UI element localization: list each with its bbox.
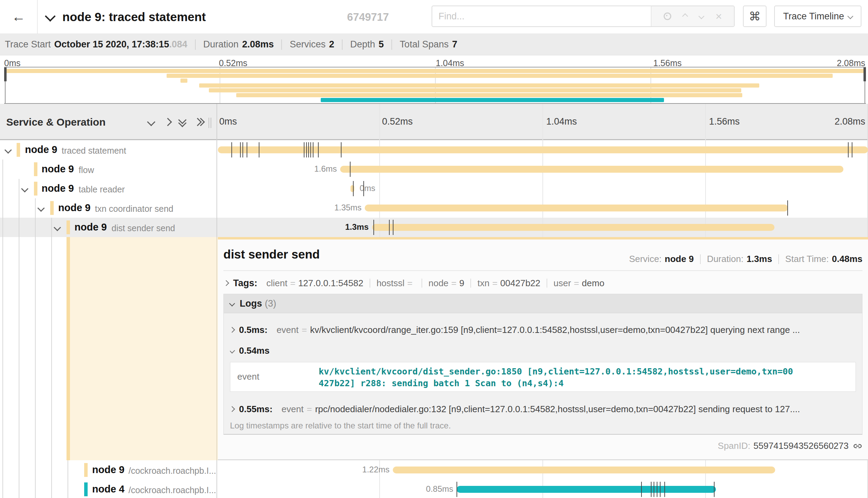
span-bar-cell[interactable]: 1.35ms (218, 198, 868, 218)
collapse-one-icon[interactable] (148, 119, 154, 126)
detail-row-accent (70, 237, 218, 460)
divider (223, 270, 862, 271)
locate-icon[interactable] (664, 12, 671, 20)
start-time-label: Start Time: (785, 254, 829, 264)
minimap-right-scrubber[interactable] (863, 67, 866, 81)
log-entry-2-header[interactable]: 0.54ms (230, 345, 855, 356)
copy-link-icon[interactable] (853, 441, 862, 451)
divider (391, 39, 392, 50)
span-bar-cell[interactable]: 0ms (218, 179, 868, 198)
logs-count: (3) (265, 298, 276, 309)
span-row-node9-request[interactable]: node 9 /cockroach.roachpb.I... 1.22ms (0, 460, 868, 480)
detail-span-color-band (67, 237, 70, 460)
span-bar-cell[interactable]: 1.22ms (218, 460, 868, 480)
tag-value: 00427b22 (500, 278, 540, 289)
span-color-bar (50, 201, 54, 215)
tick-156ms: 1.56ms (709, 116, 740, 127)
span-row-flow[interactable]: node 9 flow 1.6ms (0, 160, 868, 179)
services-value: 2 (329, 39, 334, 50)
collapse-all-icon[interactable] (179, 117, 186, 127)
service-name: node 9 (42, 163, 74, 175)
log-entry-3[interactable]: 0.55ms: event = rpc/nodedialer/nodediale… (230, 403, 855, 415)
logs-footer-note: Log timestamps are relative to the start… (230, 421, 451, 431)
row-collapse-chevron-icon[interactable] (37, 205, 45, 212)
span-bar-cell[interactable]: 1.6ms (218, 160, 868, 179)
depth-value: 5 (379, 39, 384, 50)
span-bar-cell[interactable] (218, 140, 868, 160)
service-label: Service: (629, 254, 662, 264)
service-name: node 9 (92, 464, 124, 476)
tags-toggle-row[interactable]: Tags: client=127.0.0.1:54582 hostssl= no… (224, 277, 604, 289)
tags-label: Tags: (233, 278, 257, 289)
prev-match-chevron-icon[interactable] (682, 13, 688, 19)
tag-key: txn (477, 278, 489, 289)
expand-one-icon[interactable] (165, 119, 171, 126)
span-row-table-reader[interactable]: node 9 table reader 0ms (0, 179, 868, 198)
find-bar: × (432, 6, 735, 27)
tick-104ms: 1.04ms (546, 116, 577, 127)
column-resize-handle[interactable] (209, 118, 213, 128)
trace-minimap[interactable]: 0ms 0.52ms 1.04ms 1.56ms 2.08ms (0, 55, 868, 104)
row-collapse-chevron-icon[interactable] (21, 185, 28, 192)
row-collapse-chevron-icon[interactable] (54, 224, 61, 231)
service-name: node 9 (25, 144, 57, 155)
tag-key: client (266, 278, 287, 289)
divider (195, 39, 196, 50)
trace-timeline-page: ← node 9: traced statement 6749717 × ⌘ T… (0, 0, 868, 498)
span-color-bar (84, 482, 88, 496)
back-button[interactable]: ← (0, 0, 38, 34)
view-selector-label: Trace Timeline (783, 11, 844, 22)
tag-key: user (553, 278, 571, 289)
span-color-bar (34, 182, 37, 196)
divider (422, 279, 422, 288)
total-spans-value: 7 (452, 39, 457, 50)
service-value: node 9 (665, 254, 694, 264)
operation-name: /cockroach.roachpb.I... (129, 466, 216, 476)
span-row-dist-sender-send-selected[interactable]: node 9 dist sender send 1.3ms (0, 218, 868, 237)
operation-name: /cockroach.roachpb.I... (129, 485, 216, 495)
back-arrow-icon: ← (12, 9, 26, 25)
log-timestamp: 0.55ms: (239, 404, 273, 415)
span-color-bar (17, 143, 20, 157)
trace-start-label: Trace Start (5, 39, 51, 50)
operation-name: table reader (79, 184, 125, 194)
clear-search-icon[interactable]: × (716, 11, 722, 22)
span-row-node4-request[interactable]: node 4 /cockroach.roachpb.I... 0.85ms (0, 480, 868, 498)
next-match-chevron-icon[interactable] (698, 13, 704, 19)
event-value-line1: kv/kvclient/kvcoord/dist_sender.go:1850 … (319, 366, 835, 378)
command-icon: ⌘ (749, 9, 761, 23)
span-id-row: SpanID: 5597415943526560273 (718, 441, 862, 451)
span-bar-cell[interactable]: 0.85ms (218, 480, 868, 498)
expand-all-icon[interactable] (195, 118, 202, 127)
operation-name: flow (79, 165, 94, 175)
span-row-traced-statement[interactable]: node 9 traced statement (0, 140, 868, 160)
keyboard-shortcuts-button[interactable]: ⌘ (743, 6, 767, 27)
log-entry-1[interactable]: 0.5ms: event = kv/kvclient/kvcoord/range… (230, 324, 855, 336)
view-selector-dropdown[interactable]: Trace Timeline (774, 6, 861, 27)
logs-toggle-header[interactable]: Logs (3) (224, 294, 862, 313)
event-field-label: event (237, 371, 259, 382)
collapse-all-chevron-icon[interactable] (45, 11, 55, 21)
duration-value: 1.3ms (746, 254, 772, 264)
depth-label: Depth (350, 39, 375, 50)
indent-guide (35, 198, 36, 498)
find-input[interactable] (432, 6, 657, 26)
service-name: node 9 (58, 202, 90, 214)
timeline-header-row: Service & Operation 0ms 0.52ms 1.04ms 1.… (0, 104, 868, 140)
minimap-left-scrubber[interactable] (4, 67, 7, 81)
minimap-left-scrubber-stem (5, 81, 6, 103)
minimap-canvas[interactable] (4, 67, 866, 104)
operation-name: traced statement (62, 146, 126, 156)
span-bar-cell[interactable]: 1.3ms (218, 218, 868, 237)
log-timestamp: 0.5ms: (239, 325, 267, 335)
row-collapse-chevron-icon[interactable] (5, 146, 12, 154)
span-row-txn-coordinator-send[interactable]: node 9 txn coordinator send 1.35ms (0, 198, 868, 218)
divider (281, 39, 282, 50)
service-name: node 9 (74, 221, 107, 233)
log-collapse-chevron-icon (230, 348, 235, 354)
log-field: event (276, 325, 299, 335)
tick-208ms: 2.08ms (834, 116, 865, 127)
duration-label: Duration (203, 39, 239, 50)
duration-value: 2.08ms (242, 39, 274, 50)
trace-summary-bar: Trace Start October 15 2020, 17:38:15 .0… (0, 34, 868, 55)
